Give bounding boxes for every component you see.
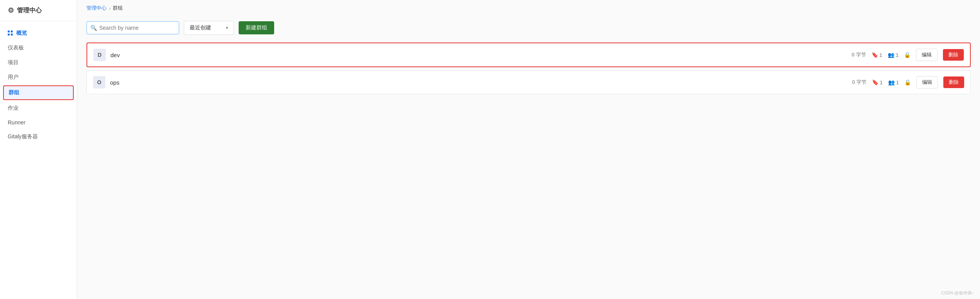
lock-icon-ops: 🔒 xyxy=(904,79,911,85)
bookmark-icon-ops: 🔖 xyxy=(872,79,878,85)
sidebar-item-dashboard[interactable]: 仪表板 xyxy=(0,41,77,55)
group-row-dev: D dev 0 字节 🔖 1 👥 1 🔒 xyxy=(86,42,971,67)
bytes-value-dev: 0 字节 xyxy=(852,51,866,58)
main-content: 管理中心 › 群组 🔍 最近创建 ▾ 新建群组 D dev xyxy=(77,0,980,299)
bookmarks-ops: 🔖 1 xyxy=(872,79,883,85)
group-row-ops: O ops 0 字节 🔖 1 👥 1 🔒 xyxy=(86,70,971,94)
sidebar-item-jobs-label: 作业 xyxy=(8,105,19,112)
sidebar-item-groups[interactable]: 群组 xyxy=(3,85,74,100)
search-input[interactable] xyxy=(86,21,179,34)
footer: CSDN @做伴偶~ xyxy=(77,287,980,299)
members-count-dev: 1 xyxy=(896,52,899,58)
sidebar-item-overview-label: 概览 xyxy=(16,30,27,37)
group-avatar-dev: D xyxy=(93,49,106,61)
breadcrumb-separator: › xyxy=(109,5,110,11)
sidebar-item-overview[interactable]: 概览 xyxy=(0,26,77,41)
bookmarks-count-dev: 1 xyxy=(880,52,882,58)
sidebar: ⚙ 管理中心 概览 仪表板 项目 用户 群组 作业 Runner Git xyxy=(0,0,77,299)
edit-button-dev[interactable]: 编辑 xyxy=(916,49,938,61)
content-area: 🔍 最近创建 ▾ 新建群组 D dev 0 字节 🔖 xyxy=(77,15,980,287)
lock-dev: 🔒 xyxy=(904,52,910,58)
sidebar-item-users[interactable]: 用户 xyxy=(0,70,77,85)
group-meta-ops: 0 字节 🔖 1 👥 1 🔒 编辑 删除 xyxy=(852,76,964,88)
sidebar-item-jobs[interactable]: 作业 xyxy=(0,101,77,116)
bytes-value-ops: 0 字节 xyxy=(852,79,866,86)
delete-button-dev[interactable]: 删除 xyxy=(943,49,964,61)
breadcrumb-parent[interactable]: 管理中心 xyxy=(86,5,107,12)
bookmarks-count-ops: 1 xyxy=(880,80,883,85)
edit-button-ops[interactable]: 编辑 xyxy=(916,76,938,88)
breadcrumb-current: 群组 xyxy=(113,5,123,12)
footer-text: CSDN @做伴偶~ xyxy=(941,291,974,295)
sidebar-header: ⚙ 管理中心 xyxy=(0,0,77,21)
lock-icon-dev: 🔒 xyxy=(904,52,910,58)
group-meta-dev: 0 字节 🔖 1 👥 1 🔒 编辑 删除 xyxy=(852,49,964,61)
sidebar-item-projects-label: 项目 xyxy=(8,59,19,66)
sidebar-item-gitaly-label: Gitaly服务器 xyxy=(8,133,38,140)
chevron-down-icon: ▾ xyxy=(226,25,228,31)
breadcrumb: 管理中心 › 群组 xyxy=(77,0,980,15)
members-ops: 👥 1 xyxy=(888,79,899,85)
group-name-ops[interactable]: ops xyxy=(110,79,852,86)
sort-label: 最近创建 xyxy=(190,24,211,31)
bytes-ops: 0 字节 xyxy=(852,79,866,86)
sidebar-item-projects[interactable]: 项目 xyxy=(0,55,77,70)
delete-button-ops[interactable]: 删除 xyxy=(943,76,964,88)
members-icon-dev: 👥 xyxy=(888,52,894,58)
grid-icon xyxy=(8,31,13,36)
sidebar-item-dashboard-label: 仪表板 xyxy=(8,44,24,51)
bytes-dev: 0 字节 xyxy=(852,51,866,58)
group-avatar-ops: O xyxy=(93,76,105,88)
gear-icon: ⚙ xyxy=(8,6,14,15)
sidebar-nav: 概览 仪表板 项目 用户 群组 作业 Runner Gitaly服务器 xyxy=(0,21,77,149)
sidebar-item-groups-label: 群组 xyxy=(8,89,19,96)
new-group-button[interactable]: 新建群组 xyxy=(239,21,274,34)
members-count-ops: 1 xyxy=(896,80,899,85)
members-icon-ops: 👥 xyxy=(888,79,895,85)
members-dev: 👥 1 xyxy=(888,52,899,58)
bookmarks-dev: 🔖 1 xyxy=(871,52,882,58)
search-wrapper: 🔍 xyxy=(86,21,179,34)
sidebar-item-runner[interactable]: Runner xyxy=(0,116,77,129)
sidebar-item-runner-label: Runner xyxy=(8,119,25,126)
toolbar: 🔍 最近创建 ▾ 新建群组 xyxy=(86,21,971,35)
bookmark-icon-dev: 🔖 xyxy=(871,52,878,58)
sort-dropdown[interactable]: 最近创建 ▾ xyxy=(184,21,234,35)
sidebar-item-users-label: 用户 xyxy=(8,74,19,81)
group-list: D dev 0 字节 🔖 1 👥 1 🔒 xyxy=(86,42,971,97)
sidebar-item-gitaly[interactable]: Gitaly服务器 xyxy=(0,129,77,144)
group-name-dev[interactable]: dev xyxy=(110,52,852,58)
search-icon: 🔍 xyxy=(90,25,97,31)
sidebar-title: 管理中心 xyxy=(17,7,42,15)
lock-ops: 🔒 xyxy=(904,79,911,85)
